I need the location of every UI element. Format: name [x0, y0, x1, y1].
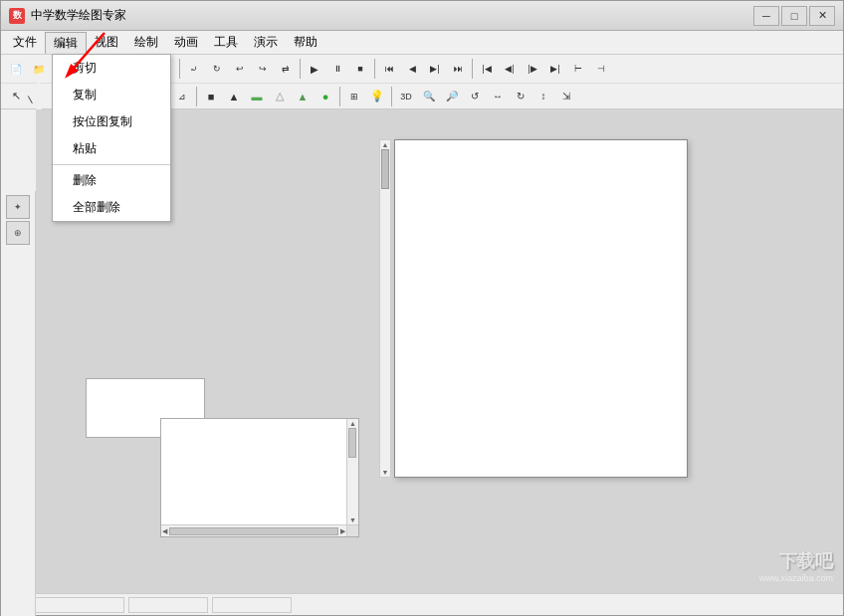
tb-anim3[interactable]: ↩: [229, 58, 251, 80]
tb-f6[interactable]: ⊣: [590, 58, 612, 80]
title-bar: 数 中学数学绘图专家 ─ □ ✕: [1, 1, 843, 31]
menu-bar: 文件 编辑 视图 绘制 动画 工具 演示 帮助: [1, 31, 843, 55]
minimize-button[interactable]: ─: [753, 6, 779, 26]
status-panel-3: [212, 597, 292, 613]
tb-zoom-in[interactable]: 🔍: [418, 86, 440, 107]
toolbar-sep-6: [472, 59, 473, 79]
tb-line[interactable]: /: [23, 81, 54, 111]
tb-fill-sq[interactable]: ■: [200, 86, 222, 107]
tb-prev[interactable]: ◀: [401, 58, 423, 80]
tb-prev-start[interactable]: ⏮: [378, 58, 400, 80]
scroll-arrow-right[interactable]: ▶: [340, 527, 345, 535]
window-title: 中学数学绘图专家: [31, 7, 753, 24]
toolbar-sep-5: [374, 59, 375, 79]
tb-f3[interactable]: |▶: [522, 58, 543, 80]
tb-fill-tri1[interactable]: ▲: [223, 86, 245, 107]
maximize-button[interactable]: □: [781, 6, 807, 26]
menu-file[interactable]: 文件: [5, 32, 45, 54]
menu-item-copy[interactable]: 复制: [53, 82, 170, 108]
scroll-arrow-up[interactable]: ▲: [347, 420, 358, 427]
close-button[interactable]: ✕: [809, 6, 835, 26]
tb-fill-tri2[interactable]: △: [269, 86, 291, 107]
toolbar-sep-10: [391, 87, 392, 106]
menu-help[interactable]: 帮助: [286, 32, 325, 54]
tb-anim2[interactable]: ↻: [206, 58, 228, 80]
tb-play[interactable]: ▶: [304, 58, 325, 80]
status-bar: [1, 593, 843, 615]
tb-flip-h[interactable]: ↔: [487, 86, 509, 107]
menu-item-copy-bitmap[interactable]: 按位图复制: [53, 108, 170, 135]
vscroll-down[interactable]: ▼: [380, 469, 390, 476]
toolbar-sep-4: [300, 59, 301, 79]
tb-anim1[interactable]: ⤾: [183, 58, 205, 80]
watermark-text: 下载吧: [759, 549, 833, 573]
scroll-bar-horizontal[interactable]: ◀ ▶: [161, 524, 346, 536]
tb-rotate-l[interactable]: ↺: [464, 86, 486, 107]
tb-export[interactable]: ⇲: [555, 86, 577, 107]
tb-measure[interactable]: ⊿: [171, 86, 193, 107]
canvas-main-page: [394, 139, 688, 478]
scroll-arrow-down[interactable]: ▼: [347, 516, 358, 523]
app-icon: 数: [9, 8, 25, 24]
tb-f1[interactable]: |◀: [476, 58, 498, 80]
tb-new[interactable]: 📄: [5, 58, 27, 80]
tb-f5[interactable]: ⊢: [567, 58, 589, 80]
tb-fill-circle[interactable]: ●: [315, 86, 336, 107]
menu-item-delete[interactable]: 删除: [53, 167, 170, 194]
sidebar-btn-2[interactable]: ⊕: [6, 221, 30, 245]
tb-grid[interactable]: ⊞: [343, 86, 365, 107]
toolbar-sep-9: [339, 87, 340, 106]
vscroll-up[interactable]: ▲: [380, 141, 390, 148]
tb-fill-rect[interactable]: ▬: [246, 86, 268, 107]
scroll-bar-vertical[interactable]: ▲ ▼: [346, 419, 358, 524]
tb-fill-tri3[interactable]: ▲: [292, 86, 314, 107]
tb-rotate-r[interactable]: ↻: [510, 86, 531, 107]
menu-animation[interactable]: 动画: [166, 32, 206, 54]
toolbar-sep-3: [179, 59, 180, 79]
tb-open[interactable]: 📁: [28, 58, 50, 80]
tb-anim5[interactable]: ⇄: [275, 58, 297, 80]
tb-flip-v[interactable]: ↕: [532, 86, 554, 107]
menu-item-cut[interactable]: 剪切: [53, 55, 170, 82]
menu-tools[interactable]: 工具: [206, 32, 246, 54]
vscroll-thumb[interactable]: [381, 149, 389, 189]
tb-stop[interactable]: ■: [349, 58, 371, 80]
menu-item-paste[interactable]: 粘贴: [53, 135, 170, 162]
menu-edit[interactable]: 编辑: [45, 32, 87, 54]
sidebar-btn-1[interactable]: ✦: [6, 195, 30, 219]
scroll-corner: [346, 524, 358, 536]
tb-pause[interactable]: ⏸: [326, 58, 348, 80]
tb-f2[interactable]: ◀|: [499, 58, 521, 80]
canvas-vscrollbar[interactable]: ▲ ▼: [379, 139, 391, 478]
scroll-thumb-vertical[interactable]: [348, 428, 356, 458]
tb-next[interactable]: ▶|: [424, 58, 446, 80]
scroll-thumb-horizontal[interactable]: [169, 527, 338, 535]
canvas-medium-panel: ◀ ▶ ▲ ▼: [160, 418, 359, 537]
tb-zoom-out[interactable]: 🔎: [441, 86, 463, 107]
menu-draw[interactable]: 绘制: [126, 32, 166, 54]
left-sidebar: ✦ ⊕: [1, 191, 36, 616]
tb-3d[interactable]: 3D: [395, 86, 417, 107]
tb-next-end[interactable]: ⏭: [447, 58, 469, 80]
window-controls: ─ □ ✕: [753, 6, 835, 26]
menu-demo[interactable]: 演示: [246, 32, 286, 54]
menu-item-delete-all[interactable]: 全部删除: [53, 194, 170, 221]
toolbar-sep-8: [196, 87, 197, 106]
status-panel-2: [128, 597, 208, 613]
edit-dropdown-menu: 剪切 复制 按位图复制 粘贴 删除 全部删除: [52, 54, 171, 222]
menu-view[interactable]: 视图: [87, 32, 126, 54]
scroll-arrow-left[interactable]: ◀: [162, 527, 167, 535]
watermark-container: 下载吧 www.xiazaiba.com: [759, 549, 833, 583]
tb-anim4[interactable]: ↪: [252, 58, 274, 80]
tb-f4[interactable]: ▶|: [544, 58, 566, 80]
watermark-subtext: www.xiazaiba.com: [759, 573, 833, 583]
dropdown-sep: [53, 164, 170, 165]
tb-light[interactable]: 💡: [366, 86, 388, 107]
